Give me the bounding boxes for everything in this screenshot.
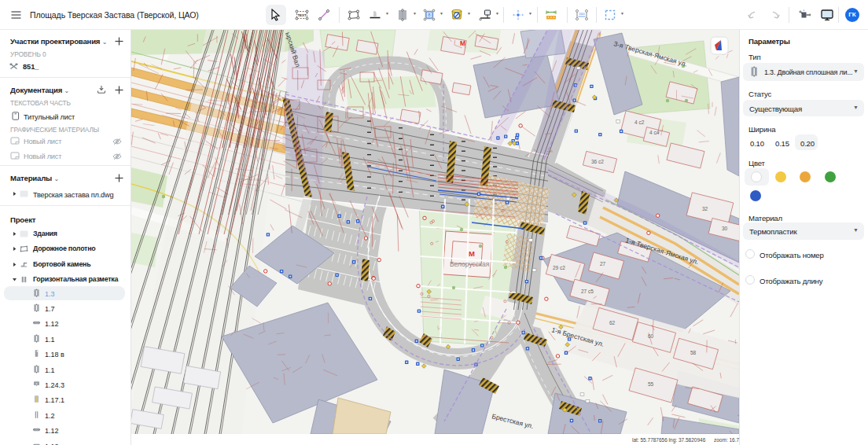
svg-text:27 с5: 27 с5 bbox=[581, 289, 594, 294]
svg-text:29 с2: 29 с2 bbox=[553, 265, 565, 270]
svg-text:30: 30 bbox=[722, 226, 728, 231]
svg-text:М: М bbox=[460, 39, 465, 47]
svg-text:62: 62 bbox=[609, 320, 616, 325]
svg-text:TEXT: TEXT bbox=[297, 13, 307, 17]
svg-text:32: 32 bbox=[702, 206, 708, 211]
svg-text:55: 55 bbox=[648, 381, 654, 387]
svg-text:4 с4: 4 с4 bbox=[649, 130, 660, 135]
svg-text:4 с2: 4 с2 bbox=[634, 120, 645, 125]
svg-text:100: 100 bbox=[579, 12, 586, 16]
svg-text:27: 27 bbox=[600, 261, 606, 267]
svg-text:Белорусская: Белорусская bbox=[450, 260, 490, 268]
svg-text:М: М bbox=[469, 249, 475, 258]
svg-text:36 с2: 36 с2 bbox=[591, 159, 604, 164]
svg-text:60: 60 bbox=[648, 333, 654, 339]
svg-text:58: 58 bbox=[690, 350, 697, 355]
